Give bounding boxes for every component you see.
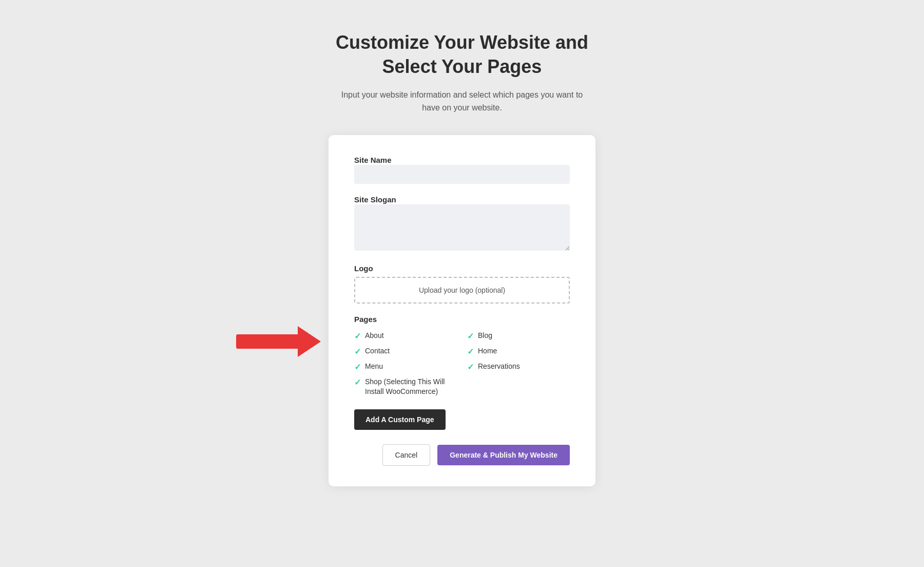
logo-upload-area[interactable]: Upload your logo (optional) xyxy=(354,277,570,304)
logo-label: Logo xyxy=(354,264,570,273)
page-name-shop: Shop (Selecting This Will Install WooCom… xyxy=(365,377,457,397)
add-custom-page-button[interactable]: Add A Custom Page xyxy=(354,409,446,430)
page-name-menu: Menu xyxy=(365,362,383,372)
checkmark-shop: ✓ xyxy=(354,377,361,387)
page-item-reservations[interactable]: ✓ Reservations xyxy=(467,362,570,372)
page-name-contact: Contact xyxy=(365,346,390,356)
checkmark-menu: ✓ xyxy=(354,362,361,372)
checkmark-contact: ✓ xyxy=(354,347,361,356)
checkmark-reservations: ✓ xyxy=(467,362,474,372)
checkmark-blog: ✓ xyxy=(467,331,474,341)
site-name-input[interactable] xyxy=(354,165,570,184)
page-item-about[interactable]: ✓ About xyxy=(354,331,457,341)
main-form-card: Site Name Site Slogan Logo Upload your l… xyxy=(329,135,595,486)
site-slogan-label: Site Slogan xyxy=(354,195,396,204)
arrow-indicator xyxy=(236,326,321,357)
page-item-menu[interactable]: ✓ Menu xyxy=(354,362,457,372)
page-item-shop[interactable]: ✓ Shop (Selecting This Will Install WooC… xyxy=(354,377,457,397)
arrow-head xyxy=(298,326,321,357)
page-name-blog: Blog xyxy=(478,331,492,341)
checkmark-about: ✓ xyxy=(354,331,361,341)
page-title: Customize Your Website and Select Your P… xyxy=(336,31,588,79)
footer-actions: Cancel Generate & Publish My Website xyxy=(354,444,570,466)
site-slogan-input[interactable] xyxy=(354,204,570,251)
generate-publish-button[interactable]: Generate & Publish My Website xyxy=(437,445,570,465)
page-subtitle: Input your website information and selec… xyxy=(334,88,590,115)
cancel-button[interactable]: Cancel xyxy=(382,444,431,466)
pages-grid: ✓ About ✓ Blog ✓ Contact ✓ Home ✓ Menu ✓… xyxy=(354,331,570,397)
page-item-contact[interactable]: ✓ Contact xyxy=(354,346,457,356)
page-item-home[interactable]: ✓ Home xyxy=(467,346,570,356)
page-item-blog[interactable]: ✓ Blog xyxy=(467,331,570,341)
logo-upload-text: Upload your logo (optional) xyxy=(419,286,505,294)
page-name-home: Home xyxy=(478,346,497,356)
arrow-body xyxy=(236,334,298,349)
checkmark-home: ✓ xyxy=(467,347,474,356)
pages-label: Pages xyxy=(354,315,570,324)
site-name-label: Site Name xyxy=(354,156,392,164)
page-name-about: About xyxy=(365,331,384,341)
page-name-reservations: Reservations xyxy=(478,362,520,372)
